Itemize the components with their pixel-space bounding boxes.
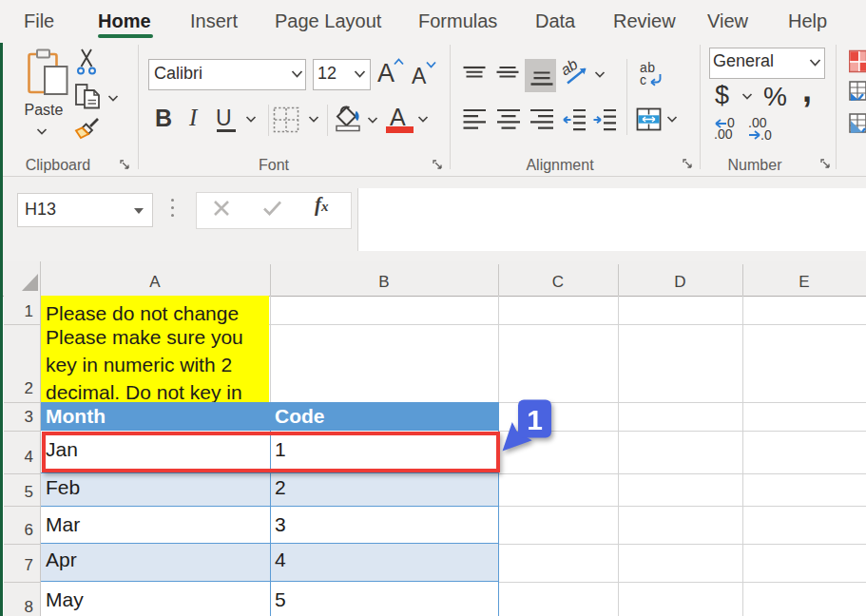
svg-text:1: 1 bbox=[527, 404, 543, 435]
